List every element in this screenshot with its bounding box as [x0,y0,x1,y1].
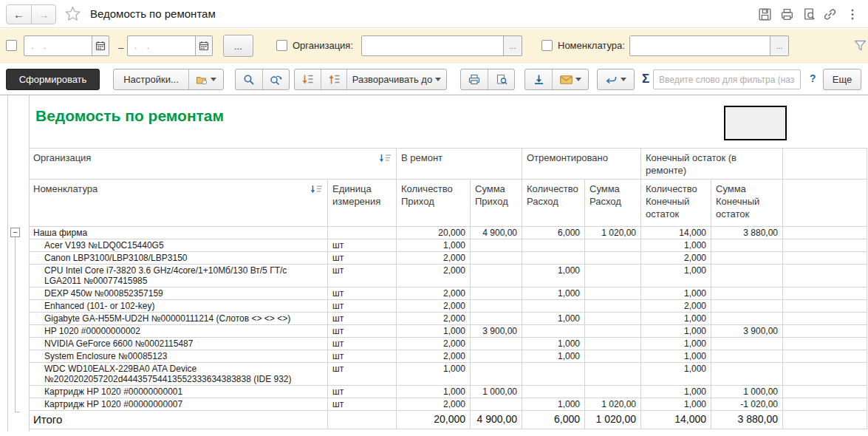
cell-sum-in[interactable]: 3 900,00 [471,325,522,338]
cell-qty-end[interactable]: 2,000 [641,252,711,265]
cell-name[interactable]: Картридж HP 1020 #00000000001 [29,386,328,398]
cell-qty-out[interactable] [522,386,585,398]
cell-unit[interactable]: шт [328,313,397,325]
cell-qty-out[interactable]: 1,000 [522,350,585,363]
cell-qty-out[interactable]: 1,000 [522,313,585,325]
filter-funnel-icon[interactable] [854,40,867,52]
cell-sum-out[interactable] [585,265,641,287]
cell-total-label[interactable]: Итого [29,411,328,429]
print-preview-button[interactable] [488,69,514,89]
cell-qty-out[interactable] [522,363,585,386]
cell-sum-in[interactable] [471,338,522,350]
cell-sum-out[interactable] [585,325,641,338]
cell-sum-end[interactable] [711,287,783,300]
cell-filler[interactable] [783,313,867,325]
cell-sum-in[interactable] [471,300,522,313]
link-icon[interactable] [823,7,837,21]
cell-filler[interactable] [783,300,867,313]
cell-qty-in[interactable]: 20,000 [397,227,471,239]
search-button[interactable] [236,69,262,89]
cell-unit[interactable]: шт [328,239,397,252]
save-file-button[interactable] [525,69,552,89]
cell-qty-out[interactable] [522,239,585,252]
cell-qty-end[interactable]: 1,000 [641,239,711,252]
period-more-button[interactable]: ... [223,35,253,57]
help-link[interactable]: ? [810,72,816,84]
cell-qty-end[interactable]: 1,000 [641,350,711,363]
save-icon[interactable] [758,7,772,21]
cell-unit[interactable] [328,227,397,239]
column-header-unit[interactable]: Единица измерения [328,180,397,227]
cell-unit[interactable] [328,411,397,429]
back-button[interactable]: ← [7,5,31,24]
cell-filler[interactable] [783,398,867,411]
cell-qty-in[interactable]: 2,000 [397,287,471,300]
cell-qty-end[interactable]: 1,000 [641,398,711,411]
cell-name[interactable]: DEXP 450w №000852357159 [29,287,328,300]
cell-filler[interactable] [783,411,867,429]
cell-qty-in[interactable]: 2,000 [397,300,471,313]
cell-unit[interactable]: шт [328,287,397,300]
cell-sum-end[interactable] [711,350,783,363]
cell-sum-out[interactable] [585,363,641,386]
cell-unit[interactable]: шт [328,363,397,386]
nomenclature-more-button[interactable]: ... [770,36,788,55]
cell-sum-out[interactable] [585,313,641,325]
cell-qty-end[interactable]: 1,000 [641,325,711,338]
cell-filler[interactable] [783,287,867,300]
cell-qty-end[interactable]: 14,000 [641,227,711,239]
more-icon[interactable] [848,7,857,21]
generate-button[interactable]: Сформировать [6,69,100,90]
cell-qty-end[interactable]: 1,000 [641,313,711,325]
column-header-organization[interactable]: Организация [29,149,397,180]
period-checkbox[interactable] [6,40,17,51]
column-header-in-repair[interactable]: В ремонт [397,149,522,180]
cell-sum-in[interactable] [471,363,522,386]
cell-sum-out[interactable] [585,350,641,363]
cell-sum-out[interactable] [585,252,641,265]
cell-qty-in[interactable]: 2,000 [397,398,471,411]
quick-filter-input[interactable] [653,69,801,89]
cell-sum-end[interactable] [711,338,783,350]
column-header-sum-in[interactable]: Сумма Приход [471,180,522,227]
cell-unit[interactable]: шт [328,398,397,411]
cell-name[interactable]: Enhanced (101- or 102-key) [29,300,328,313]
period-from-calendar-button[interactable] [92,36,109,55]
cell-qty-out[interactable] [522,300,585,313]
more-actions-button[interactable]: Еще [823,69,861,90]
cell-name[interactable]: Canon LBP3100/LBP3108/LBP3150 [29,252,328,265]
cell-sum-end[interactable] [711,363,783,386]
cell-qty-end[interactable]: 1,000 [641,338,711,350]
organization-checkbox[interactable] [276,40,287,51]
cell-qty-in[interactable]: 1,000 [397,386,471,398]
cell-sum-in[interactable]: 1 000,00 [471,386,522,398]
cell-sum-end[interactable]: 3 880,00 [711,411,783,429]
cell-qty-end[interactable]: 1,000 [641,363,711,386]
period-to-input[interactable] [128,36,195,55]
cell-unit[interactable]: шт [328,350,397,363]
cell-filler[interactable] [783,350,867,363]
cell-qty-in[interactable]: 1,000 [397,363,471,386]
cell-sum-out[interactable] [585,239,641,252]
cell-sum-out[interactable] [585,287,641,300]
cell-unit[interactable]: шт [328,325,397,338]
cell-sum-end[interactable] [711,265,783,287]
cell-sum-in[interactable]: 4 900,00 [471,411,522,429]
cell-qty-end[interactable]: 2,000 [641,300,711,313]
cell-sum-in[interactable]: 4 900,00 [471,227,522,239]
column-header-qty-out[interactable]: Количество Расход [522,180,585,227]
collapse-group-button[interactable]: − [10,228,20,237]
cell-sum-end[interactable]: 1 000,00 [711,386,783,398]
cell-unit[interactable]: шт [328,338,397,350]
period-from-input[interactable] [24,36,92,55]
cell-sum-in[interactable] [471,239,522,252]
cell-name[interactable]: Acer V193 №LDQ0C15440G5 [29,239,328,252]
cell-sum-out[interactable]: 1 020,00 [585,411,641,429]
expand-to-button[interactable]: Разворачивать до [346,69,446,89]
cell-name[interactable]: CPU Intel Core i7-3820 3.6 GHz/4core/1+1… [29,265,328,287]
cell-qty-end[interactable]: 1,000 [641,265,711,287]
cell-filler[interactable] [783,252,867,265]
cell-sum-in[interactable] [471,350,522,363]
selected-cell-box[interactable] [724,106,787,140]
cell-sum-out[interactable] [585,338,641,350]
